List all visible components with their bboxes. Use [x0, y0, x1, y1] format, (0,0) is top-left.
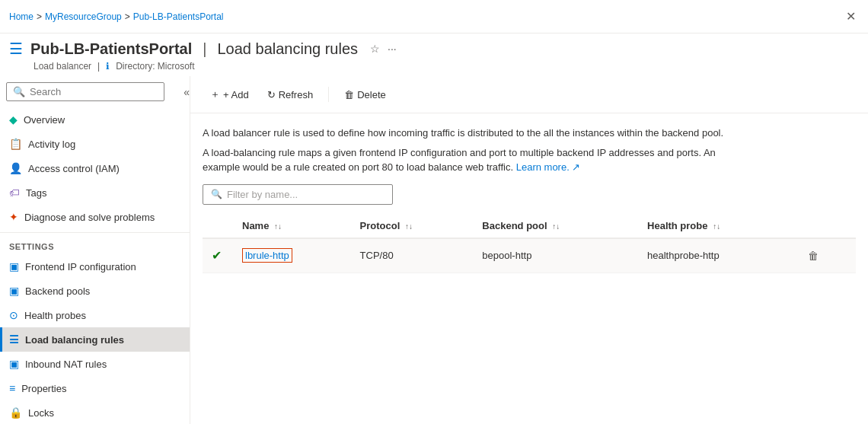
sidebar-item-load-balancing-rules[interactable]: ☰ Load balancing rules — [0, 327, 190, 352]
description-line1: A load balancer rule is used to define h… — [203, 126, 749, 141]
th-backend-pool[interactable]: Backend pool ↑↓ — [473, 214, 638, 238]
tags-icon: 🏷 — [9, 186, 20, 199]
backend-pool-sort-icon: ↑↓ — [552, 222, 560, 231]
sidebar-item-backend-pools[interactable]: ▣ Backend pools — [0, 279, 190, 303]
refresh-label: Refresh — [279, 89, 314, 100]
breadcrumb-home[interactable]: Home — [9, 11, 34, 22]
description-line2: A load-balancing rule maps a given front… — [203, 145, 749, 175]
top-bar: Home > MyResourceGroup > Pub-LB-Patients… — [0, 0, 868, 33]
table-row: ✔ lbrule-http TCP/80 bepool-http healthp… — [203, 238, 856, 273]
sidebar-item-label: Activity log — [28, 139, 75, 150]
settings-section-header: Settings — [0, 232, 190, 254]
row-backend-pool: bepool-http — [473, 238, 638, 273]
filter-input[interactable] — [227, 189, 385, 200]
sidebar-item-label: Locks — [28, 407, 54, 419]
inbound-nat-rules-icon: ▣ — [9, 358, 19, 370]
row-health-probe: healthprobe-http — [638, 238, 796, 273]
resource-name: Pub-LB-PatientsPortal — [30, 40, 192, 58]
more-options-icon[interactable]: ··· — [388, 43, 397, 55]
sidebar-item-label: Diagnose and solve problems — [24, 212, 155, 223]
sidebar-item-label: Inbound NAT rules — [25, 359, 107, 370]
table-header-row: Name ↑↓ Protocol ↑↓ Backend pool ↑↓ He — [203, 214, 856, 238]
delete-button[interactable]: 🗑 Delete — [337, 85, 394, 104]
th-name[interactable]: Name ↑↓ — [233, 214, 351, 238]
th-actions — [796, 214, 856, 238]
sidebar-item-label: Access control (IAM) — [28, 163, 120, 174]
activity-log-icon: 📋 — [9, 138, 22, 150]
locks-icon: 🔒 — [9, 406, 22, 419]
delete-icon: 🗑 — [344, 89, 354, 100]
sidebar-item-label: Overview — [24, 114, 65, 126]
protocol-sort-icon: ↑↓ — [405, 222, 413, 231]
favorite-icon[interactable]: ☆ — [370, 43, 380, 55]
subtitle-type: Load balancer — [34, 61, 91, 72]
health-probes-icon: ⊙ — [9, 309, 18, 321]
sidebar: 🔍 « ◆ Overview 📋 Activity log 👤 Access c… — [0, 76, 190, 424]
page-title: Load balancing rules — [217, 40, 358, 58]
th-health-probe[interactable]: Health probe ↑↓ — [638, 214, 796, 238]
row-protocol: TCP/80 — [351, 238, 474, 273]
sidebar-item-locks[interactable]: 🔒 Locks — [0, 400, 190, 424]
sidebar-item-overview[interactable]: ◆ Overview — [0, 107, 190, 132]
sidebar-item-label: Backend pools — [25, 285, 90, 297]
sidebar-item-diagnose[interactable]: ✦ Diagnose and solve problems — [0, 205, 190, 229]
table-container: Name ↑↓ Protocol ↑↓ Backend pool ↑↓ He — [190, 214, 868, 273]
sidebar-item-label: Frontend IP configuration — [25, 261, 136, 273]
health-probe-sort-icon: ↑↓ — [713, 222, 720, 231]
row-delete-button[interactable]: 🗑 — [805, 247, 822, 265]
subtitle-separator: | — [97, 61, 100, 72]
name-sort-icon: ↑↓ — [274, 222, 282, 231]
refresh-button[interactable]: ↻ Refresh — [260, 85, 321, 104]
filter-row: 🔍 — [190, 184, 868, 214]
toolbar: ＋ + Add ↻ Refresh 🗑 Delete — [190, 76, 868, 113]
sidebar-item-access-control[interactable]: 👤 Access control (IAM) — [0, 156, 190, 180]
access-control-icon: 👤 — [9, 162, 22, 174]
learn-more-link[interactable]: Learn more. ↗ — [516, 161, 581, 173]
search-box[interactable]: 🔍 — [6, 82, 164, 101]
rule-name-link[interactable]: lbrule-http — [242, 248, 292, 263]
resource-icon: ☰ — [9, 40, 23, 58]
properties-icon: ≡ — [9, 382, 15, 394]
collapse-sidebar-button[interactable]: « — [183, 86, 190, 98]
add-label: + Add — [223, 89, 249, 100]
frontend-ip-icon: ▣ — [9, 260, 19, 273]
content-area: ＋ + Add ↻ Refresh 🗑 Delete A load balanc… — [190, 76, 868, 424]
search-input[interactable] — [30, 86, 158, 97]
sidebar-item-label: Properties — [21, 383, 66, 394]
main-layout: 🔍 « ◆ Overview 📋 Activity log 👤 Access c… — [0, 76, 868, 424]
sidebar-item-activity-log[interactable]: 📋 Activity log — [0, 132, 190, 156]
refresh-icon: ↻ — [267, 89, 276, 100]
filter-icon: 🔍 — [211, 189, 222, 199]
title-separator: | — [203, 40, 206, 58]
add-icon: ＋ — [210, 88, 220, 101]
breadcrumb-resource[interactable]: Pub-LB-PatientsPortal — [133, 11, 224, 22]
sidebar-item-inbound-nat-rules[interactable]: ▣ Inbound NAT rules — [0, 352, 190, 376]
backend-pools-icon: ▣ — [9, 285, 19, 297]
load-balancing-rules-icon: ☰ — [9, 333, 19, 346]
add-button[interactable]: ＋ + Add — [203, 84, 257, 105]
row-status: ✔ — [203, 238, 233, 273]
toolbar-separator — [328, 87, 329, 102]
breadcrumb-resource-group[interactable]: MyResourceGroup — [45, 11, 122, 22]
diagnose-icon: ✦ — [9, 211, 18, 223]
filter-box[interactable]: 🔍 — [203, 184, 393, 205]
th-protocol[interactable]: Protocol ↑↓ — [351, 214, 474, 238]
breadcrumb: Home > MyResourceGroup > Pub-LB-Patients… — [9, 11, 224, 22]
title-row: ☰ Pub-LB-PatientsPortal | Load balancing… — [0, 33, 868, 61]
sidebar-item-label: Load balancing rules — [25, 334, 124, 346]
search-icon: 🔍 — [13, 86, 25, 97]
sidebar-item-frontend-ip[interactable]: ▣ Frontend IP configuration — [0, 254, 190, 279]
th-status — [203, 214, 233, 238]
sidebar-item-health-probes[interactable]: ⊙ Health probes — [0, 303, 190, 327]
description-text: A load balancer rule is used to define h… — [190, 113, 761, 184]
row-name: lbrule-http — [233, 238, 351, 273]
close-button[interactable]: ✕ — [843, 6, 859, 27]
sidebar-item-tags[interactable]: 🏷 Tags — [0, 180, 190, 205]
status-check-icon: ✔ — [212, 249, 222, 262]
load-balancing-rules-table: Name ↑↓ Protocol ↑↓ Backend pool ↑↓ He — [203, 214, 856, 273]
sidebar-item-label: Tags — [26, 187, 46, 199]
subtitle-directory: Directory: Microsoft — [116, 61, 194, 72]
overview-icon: ◆ — [9, 113, 18, 126]
sidebar-item-properties[interactable]: ≡ Properties — [0, 376, 190, 400]
subtitle-row: Load balancer | ℹ Directory: Microsoft — [0, 61, 868, 76]
